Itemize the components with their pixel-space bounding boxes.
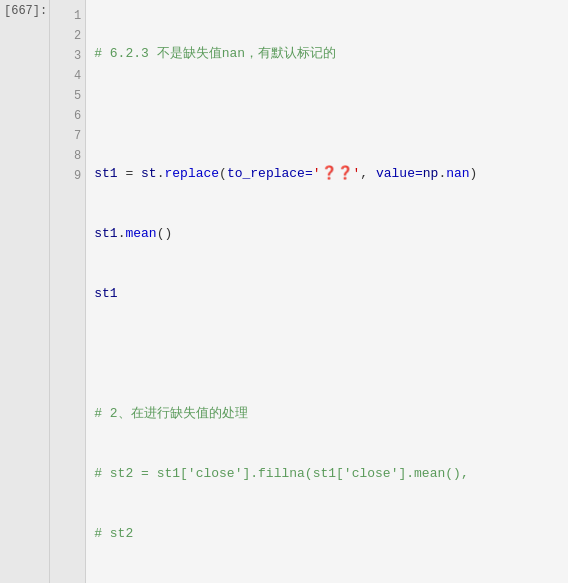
line-numbers: 1 2 3 4 5 6 7 8 9 [50, 0, 86, 583]
code-line-3: st1 = st.replace(to_replace='❓❓', value=… [94, 164, 560, 184]
code-line-5: st1 [94, 284, 560, 304]
code-block: # 6.2.3 不是缺失值nan，有默认标记的 st1 = st.replace… [86, 0, 568, 583]
cell-number: 667 [11, 4, 33, 18]
code-line-9: # st2 [94, 524, 560, 544]
code-line-8: # st2 = st1['close'].fillna(st1['close']… [94, 464, 560, 484]
code-line-6 [94, 344, 560, 364]
code-line-7: # 2、在进行缺失值的处理 [94, 404, 560, 424]
code-line-4: st1.mean() [94, 224, 560, 244]
code-line-2 [94, 104, 560, 124]
code-line-1: # 6.2.3 不是缺失值nan，有默认标记的 [94, 44, 560, 64]
cell-number-label: [667]: [4, 4, 47, 18]
